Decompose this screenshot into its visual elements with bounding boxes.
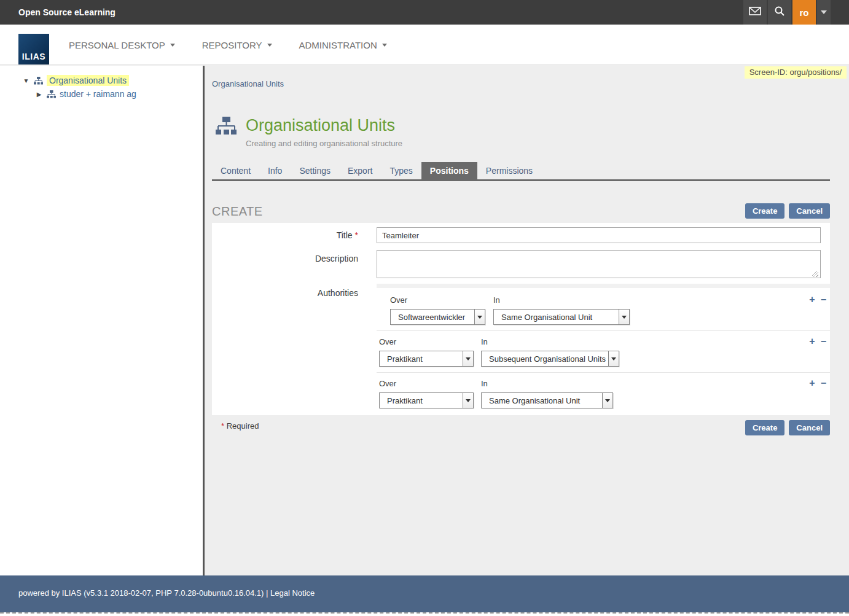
ilias-app: Open Source eLearning ro ILIAS PERSONAL … xyxy=(0,0,849,616)
remove-row-icon[interactable]: − xyxy=(821,294,826,305)
section-title: CREATE xyxy=(212,205,263,219)
user-avatar[interactable]: ro xyxy=(792,0,816,25)
caret-down-icon[interactable]: ▼ xyxy=(22,77,30,84)
chevron-down-icon xyxy=(821,10,827,14)
description-field[interactable] xyxy=(377,250,821,278)
description-label: Description xyxy=(212,254,358,263)
tab-bar: Content Info Settings Export Types Posit… xyxy=(212,162,541,179)
tree-item-studer-raimann[interactable]: ▶ studer + raimann ag xyxy=(35,89,136,99)
over-select[interactable]: Praktikant xyxy=(379,351,474,367)
tab-settings[interactable]: Settings xyxy=(291,162,339,179)
tab-content[interactable]: Content xyxy=(212,162,259,179)
in-label: In xyxy=(493,295,500,305)
page-subtitle: Creating and editing organisational stru… xyxy=(246,139,402,148)
permalink-strip xyxy=(0,612,849,616)
cancel-button-bottom[interactable]: Cancel xyxy=(789,420,830,435)
orgunit-icon xyxy=(47,90,56,98)
select-value: Same Organisational Unit xyxy=(501,313,592,322)
chevron-down-icon xyxy=(170,44,175,47)
remove-row-icon[interactable]: − xyxy=(821,336,826,347)
in-select[interactable]: Same Organisational Unit xyxy=(481,392,613,408)
breadcrumb[interactable]: Organisational Units xyxy=(212,79,284,88)
chevron-down-icon xyxy=(382,44,387,47)
row-separator xyxy=(377,372,830,373)
ilias-logo[interactable]: ILIAS xyxy=(18,34,49,64)
over-select[interactable]: Softwareentwickler xyxy=(390,309,485,325)
panel-divider xyxy=(203,66,205,575)
tab-positions[interactable]: Positions xyxy=(421,162,477,179)
select-value: Softwareentwickler xyxy=(398,313,465,322)
create-button-bottom[interactable]: Create xyxy=(745,420,784,435)
over-label: Over xyxy=(379,379,396,388)
in-select[interactable]: Same Organisational Unit xyxy=(493,309,630,325)
dropdown-arrow-icon xyxy=(605,399,610,402)
dropdown-arrow-icon xyxy=(466,399,471,402)
search-button[interactable] xyxy=(768,0,791,25)
over-select[interactable]: Praktikant xyxy=(379,392,474,408)
select-value: Praktikant xyxy=(387,396,423,405)
authority-row: Over Praktikant In Subsequent Organisati… xyxy=(377,333,830,372)
page-title: Organisational Units xyxy=(246,116,395,135)
tree-item-label: Organisational Units xyxy=(47,75,129,86)
dropdown-arrow-icon xyxy=(622,316,627,319)
caret-right-icon[interactable]: ▶ xyxy=(35,91,43,98)
legal-notice-link[interactable]: Legal Notice xyxy=(270,588,315,598)
create-position-form: Title * Description Authorities + Over S… xyxy=(212,223,830,415)
tree-item-label: studer + raimann ag xyxy=(60,89,136,99)
top-bar: Open Source eLearning ro xyxy=(0,0,849,25)
cancel-button[interactable]: Cancel xyxy=(789,203,830,219)
search-icon xyxy=(774,6,785,19)
create-section-header: CREATE Create Cancel xyxy=(212,203,830,219)
authorities-container-edge xyxy=(377,284,830,288)
tree-item-organisational-units[interactable]: ▼ Organisational Units xyxy=(22,75,129,86)
menu-administration[interactable]: ADMINISTRATION xyxy=(299,40,387,50)
over-label: Over xyxy=(390,295,407,305)
tab-types[interactable]: Types xyxy=(381,162,421,179)
main-header: ILIAS PERSONAL DESKTOP REPOSITORY ADMINI… xyxy=(0,25,849,65)
menu-label: REPOSITORY xyxy=(202,40,262,50)
dropdown-arrow-icon xyxy=(611,357,616,361)
screen-id-badge: Screen-ID: orgu/positions/ xyxy=(745,66,847,79)
dropdown-button[interactable] xyxy=(463,393,473,408)
select-value: Same Organisational Unit xyxy=(489,396,580,405)
chevron-down-icon xyxy=(267,44,272,47)
menu-repository[interactable]: REPOSITORY xyxy=(202,40,272,50)
powered-by-text: powered by ILIAS (v5.3.1 2018-02-07, PHP… xyxy=(18,588,264,598)
tab-export[interactable]: Export xyxy=(339,162,381,179)
title-field[interactable] xyxy=(377,227,821,243)
dropdown-button[interactable] xyxy=(602,393,612,408)
create-button[interactable]: Create xyxy=(745,203,784,219)
dropdown-button[interactable] xyxy=(463,351,473,366)
add-row-icon[interactable]: + xyxy=(809,336,815,347)
menu-personal-desktop[interactable]: PERSONAL DESKTOP xyxy=(69,40,175,50)
orgunit-icon xyxy=(34,77,43,85)
in-label: In xyxy=(481,379,488,388)
mail-button[interactable] xyxy=(743,0,767,25)
dropdown-arrow-icon xyxy=(466,357,471,361)
in-label: In xyxy=(481,337,488,346)
tree-panel xyxy=(0,66,203,575)
dropdown-button[interactable] xyxy=(474,310,485,324)
menu-label: PERSONAL DESKTOP xyxy=(69,40,165,50)
dropdown-arrow-icon xyxy=(477,316,482,319)
client-title: Open Source eLearning xyxy=(18,0,115,25)
required-asterisk: * xyxy=(221,421,224,431)
select-value: Subsequent Organisational Units xyxy=(489,354,606,364)
tab-permissions[interactable]: Permissions xyxy=(477,162,541,179)
orgunit-icon xyxy=(216,117,237,135)
topbar-actions: ro xyxy=(742,0,831,25)
dropdown-button[interactable] xyxy=(608,351,619,366)
resize-handle-icon[interactable] xyxy=(812,271,818,277)
dropdown-button[interactable] xyxy=(619,310,629,324)
title-label: Title * xyxy=(212,230,358,240)
tab-info[interactable]: Info xyxy=(259,162,291,179)
remove-row-icon[interactable]: − xyxy=(821,378,826,389)
in-select[interactable]: Subsequent Organisational Units xyxy=(481,351,619,367)
page-footer: powered by ILIAS (v5.3.1 2018-02-07, PHP… xyxy=(0,575,849,612)
menu-label: ADMINISTRATION xyxy=(299,40,377,50)
user-menu-button[interactable] xyxy=(817,0,831,25)
add-row-icon[interactable]: + xyxy=(809,378,815,389)
required-note: * Required xyxy=(221,421,259,431)
add-row-icon[interactable]: + xyxy=(809,294,815,305)
main-menu: PERSONAL DESKTOP REPOSITORY ADMINISTRATI… xyxy=(69,25,387,65)
